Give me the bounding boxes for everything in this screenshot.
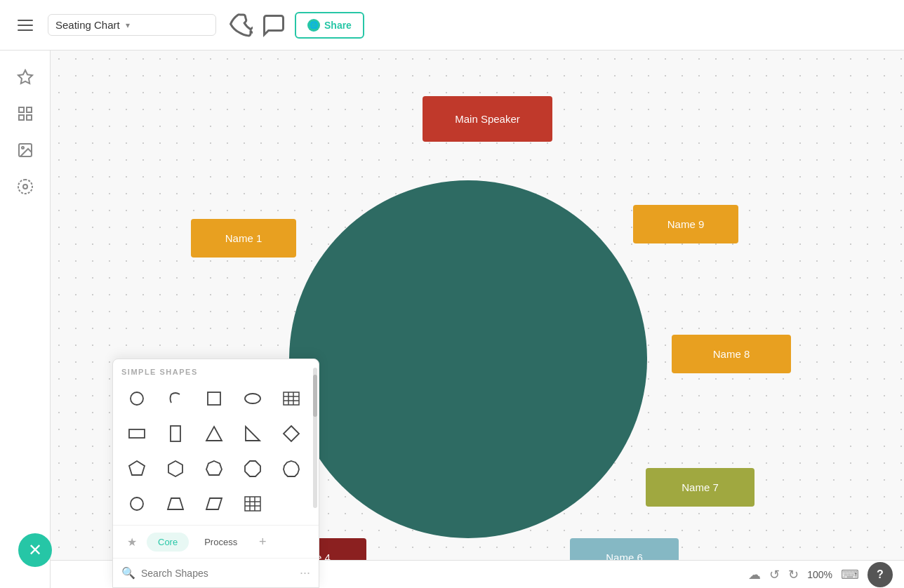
tab-add-button[interactable]: +	[253, 532, 272, 552]
cloud-icon[interactable]: ☁	[748, 567, 761, 582]
chevron-down-icon: ▾	[126, 20, 130, 30]
svg-rect-11	[284, 392, 299, 405]
share-label: Share	[324, 20, 352, 31]
shape-table2[interactable]	[237, 488, 268, 519]
shape-octagon[interactable]	[237, 453, 268, 484]
svg-marker-20	[284, 426, 299, 441]
svg-point-10	[245, 394, 260, 403]
shape-diamond[interactable]	[276, 418, 307, 449]
shapes-panel: SIMPLE SHAPES	[112, 359, 319, 588]
node-name9[interactable]: Name 9	[633, 205, 738, 243]
sidebar-item-image[interactable]	[10, 135, 41, 166]
main-speaker-label: Main Speaker	[455, 113, 520, 125]
svg-rect-1	[19, 107, 24, 112]
phone-icon[interactable]	[227, 13, 253, 38]
svg-marker-27	[168, 498, 183, 509]
undo-icon[interactable]: ↺	[769, 567, 780, 582]
shape-circle2[interactable]	[121, 488, 152, 519]
shapes-section-label: SIMPLE SHAPES	[121, 368, 310, 376]
more-options-icon[interactable]: ···	[300, 566, 310, 580]
svg-point-8	[131, 392, 143, 405]
zoom-level: 100%	[807, 569, 832, 580]
search-icon: 🔍	[121, 566, 135, 580]
node-main-speaker[interactable]: Main Speaker	[423, 96, 552, 142]
close-icon: ✕	[28, 540, 42, 560]
svg-marker-19	[246, 427, 260, 441]
shape-table-grid[interactable]	[276, 383, 307, 414]
shape-trapezoid[interactable]	[160, 488, 191, 519]
svg-rect-4	[27, 115, 32, 120]
svg-marker-21	[129, 461, 145, 475]
svg-rect-9	[208, 392, 220, 405]
node-name7[interactable]: Name 7	[646, 468, 755, 507]
share-button[interactable]: 🌐 Share	[295, 12, 364, 39]
name1-label: Name 1	[225, 232, 262, 244]
svg-marker-24	[245, 461, 260, 476]
shape-triangle[interactable]	[199, 418, 230, 449]
shape-decagon[interactable]	[276, 453, 307, 484]
menu-button[interactable]	[8, 8, 42, 42]
tab-process[interactable]: Process	[193, 533, 248, 552]
svg-rect-3	[19, 115, 24, 120]
shape-square[interactable]	[199, 383, 230, 414]
svg-marker-25	[284, 461, 299, 476]
star-tab-icon[interactable]: ★	[121, 531, 142, 552]
chat-icon[interactable]	[261, 13, 286, 38]
svg-rect-16	[129, 429, 145, 438]
svg-point-7	[23, 185, 27, 189]
shape-pentagon[interactable]	[121, 453, 152, 484]
sidebar-item-shapes[interactable]	[10, 171, 41, 202]
shapes-grid	[121, 383, 310, 519]
doc-title: Seating Chart	[55, 19, 120, 31]
globe-icon: 🌐	[307, 19, 320, 32]
sidebar-item-grid[interactable]	[10, 98, 41, 129]
scroll-indicator[interactable]	[313, 368, 317, 508]
panel-tabs: ★ Core Process +	[113, 525, 319, 558]
svg-marker-0	[18, 70, 32, 83]
shape-right-triangle[interactable]	[237, 418, 268, 449]
svg-marker-23	[206, 461, 222, 475]
tab-core[interactable]: Core	[147, 533, 189, 552]
shape-ellipse[interactable]	[237, 383, 268, 414]
sidebar-item-star[interactable]	[10, 62, 41, 93]
svg-marker-18	[206, 427, 222, 441]
svg-rect-2	[27, 107, 32, 112]
svg-rect-17	[171, 426, 180, 441]
node-center-circle[interactable]	[289, 180, 647, 538]
shapes-grid-area: SIMPLE SHAPES	[113, 359, 319, 525]
canvas: Main Speaker Name 1 Name 9 Name 8 Name 7…	[51, 51, 904, 588]
name8-label: Name 8	[713, 348, 750, 360]
keyboard-icon[interactable]: ⌨	[841, 567, 859, 582]
shape-heptagon[interactable]	[199, 453, 230, 484]
svg-marker-28	[206, 498, 222, 509]
sidebar	[0, 51, 51, 588]
header-icons: 🌐 Share	[227, 12, 364, 39]
doc-title-area[interactable]: Seating Chart ▾	[48, 14, 216, 36]
svg-point-6	[22, 147, 24, 149]
svg-marker-22	[168, 461, 182, 476]
header: Seating Chart ▾ 🌐 Share	[0, 0, 904, 51]
shape-arc[interactable]	[160, 383, 191, 414]
search-input[interactable]	[141, 568, 294, 579]
shape-hexagon[interactable]	[160, 453, 191, 484]
shape-rect-wide[interactable]	[121, 418, 152, 449]
shape-rect-tall[interactable]	[160, 418, 191, 449]
svg-rect-29	[245, 497, 260, 511]
svg-point-26	[131, 497, 143, 510]
node-name8[interactable]: Name 8	[672, 335, 791, 373]
redo-icon[interactable]: ↻	[788, 567, 799, 582]
node-name1[interactable]: Name 1	[191, 219, 296, 258]
name9-label: Name 9	[667, 218, 705, 230]
shape-parallelogram[interactable]	[199, 488, 230, 519]
name7-label: Name 7	[682, 481, 719, 493]
help-button[interactable]: ?	[868, 562, 893, 587]
shape-circle[interactable]	[121, 383, 152, 414]
search-area: 🔍 ···	[113, 558, 319, 587]
fab-button[interactable]: ✕	[18, 533, 52, 567]
